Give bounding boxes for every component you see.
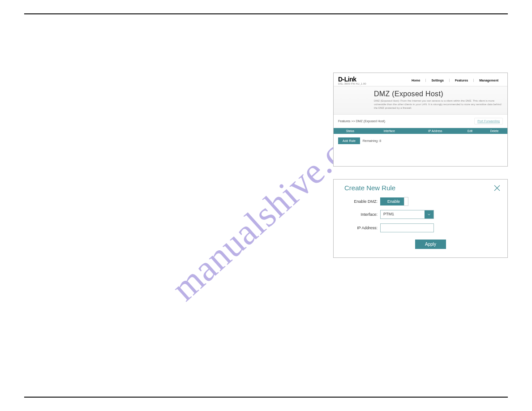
chevron-down-icon <box>425 210 433 218</box>
apply-button[interactable]: Apply <box>415 240 446 249</box>
table-header: Status Interface IP Address Edit Delete <box>334 128 507 134</box>
remaining-count: Remaining: 8 <box>363 139 381 142</box>
enable-dmz-toggle[interactable]: Enable <box>380 197 407 206</box>
th-delete: Delete <box>481 129 507 133</box>
nav-features[interactable]: Features <box>449 79 473 82</box>
top-nav: Home Settings Features Management <box>406 79 504 82</box>
breadcrumb: Features >> DMZ (Exposed Host) <box>338 120 385 123</box>
th-ip: IP Address <box>412 129 459 133</box>
nav-settings[interactable]: Settings <box>425 79 449 82</box>
toggle-knob <box>404 197 408 206</box>
nav-home[interactable]: Home <box>406 79 425 82</box>
screenshot-dmz-page: D-Link DSL-3900 FW AU_1.00 Home Settings… <box>333 73 508 167</box>
port-forwarding-link[interactable]: Port Forwarding <box>474 118 503 124</box>
ip-address-input[interactable] <box>380 223 434 232</box>
label-interface: Interface: <box>344 212 378 217</box>
page-title-dmz: DMZ (Exposed Host) <box>374 90 503 98</box>
th-edit: Edit <box>459 129 481 133</box>
th-status: Status <box>334 129 367 133</box>
close-icon[interactable] <box>493 184 501 192</box>
bottom-rule <box>24 397 508 398</box>
nav-management[interactable]: Management <box>473 79 504 82</box>
model-line: DSL-3900 FW AU_1.00 <box>338 82 366 85</box>
toggle-text: Enable <box>387 199 400 204</box>
label-ip: IP Address: <box>344 226 378 230</box>
add-rule-button[interactable]: Add Rule <box>338 137 360 144</box>
screenshot-create-rule: Create New Rule Enable DMZ: Enable Inter… <box>333 179 508 258</box>
label-enable-dmz: Enable DMZ: <box>344 199 378 204</box>
interface-value: PTM1 <box>383 212 394 216</box>
th-interface: Interface <box>367 129 412 133</box>
interface-select[interactable]: PTM1 <box>380 210 434 219</box>
dialog-title: Create New Rule <box>344 184 395 192</box>
brand-logo: D-Link <box>338 76 366 83</box>
page-description: DMZ (Exposed Host): From the Internet yo… <box>374 99 503 110</box>
